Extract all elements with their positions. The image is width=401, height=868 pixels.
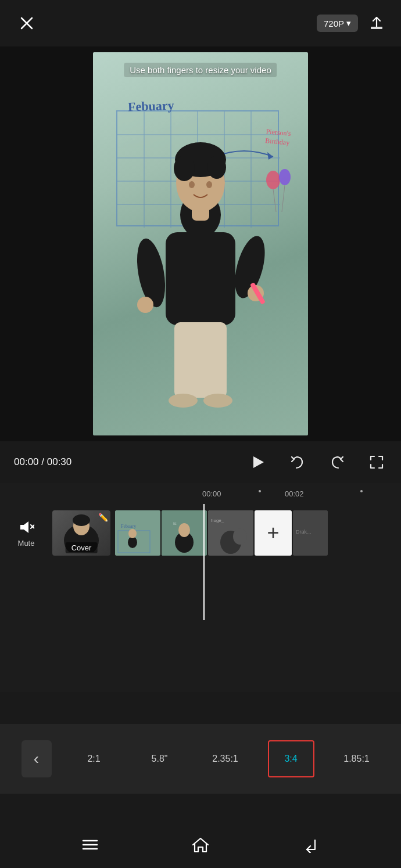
svg-point-21 <box>137 297 153 313</box>
timeline-ruler: 00:00 00:02 <box>0 483 401 504</box>
svg-rect-40 <box>115 510 160 556</box>
add-clip-button[interactable]: + <box>255 510 292 556</box>
svg-rect-23 <box>174 322 227 398</box>
svg-point-39 <box>73 514 90 526</box>
aspect-label-1-85-1: 1.85:1 <box>343 754 369 764</box>
svg-text:Febuary: Febuary <box>121 524 136 529</box>
close-button[interactable] <box>14 10 40 36</box>
aspect-ratio-1-85-1[interactable]: 1.85:1 <box>334 740 380 777</box>
aspect-scroll-left[interactable]: ‹ <box>22 740 52 777</box>
svg-line-15 <box>273 189 276 212</box>
aspect-label-5-8in: 5.8" <box>152 754 168 764</box>
mute-label: Mute <box>18 539 35 548</box>
film-frame-2[interactable]: is <box>162 510 207 556</box>
resize-hint: Use both fingers to resize your video <box>124 63 277 77</box>
controls-bar: 00:00 / 00:30 <box>0 441 401 483</box>
fullscreen-button[interactable] <box>366 452 387 473</box>
svg-point-48 <box>178 523 190 537</box>
undo-button[interactable] <box>287 452 308 473</box>
svg-rect-18 <box>166 232 235 325</box>
svg-point-19 <box>133 236 170 309</box>
film-frame-more[interactable]: Drak... <box>293 510 328 556</box>
bottom-nav <box>0 822 401 868</box>
svg-text:Drak...: Drak... <box>296 529 312 535</box>
svg-point-25 <box>203 394 232 408</box>
svg-point-31 <box>189 181 195 188</box>
add-icon: + <box>267 521 279 545</box>
aspect-ratio-2-35-1[interactable]: 2.35:1 <box>202 740 249 777</box>
whiteboard-month: Febuary <box>128 98 174 115</box>
play-button[interactable] <box>248 452 268 473</box>
aspect-ratio-5-8in[interactable]: 5.8" <box>137 740 183 777</box>
video-side-right <box>337 46 401 441</box>
aspect-label-2-1: 2:1 <box>87 754 100 764</box>
aspect-ratio-3-4[interactable]: 3:4 <box>268 740 314 777</box>
quality-button[interactable]: 720P ▾ <box>317 15 358 32</box>
back-nav-button[interactable] <box>298 832 324 858</box>
chevron-down-icon: ▾ <box>346 18 351 28</box>
top-bar: 720P ▾ <box>0 0 401 46</box>
export-button[interactable] <box>366 13 387 34</box>
aspect-ratio-bar: ‹ 2:1 5.8" 2.35:1 3:4 1.85:1 <box>0 724 401 794</box>
film-strip: Febuary is huge_ <box>115 510 328 556</box>
ruler-mark-1: 00:02 <box>285 489 304 498</box>
time-display: 00:00 / 00:30 <box>14 456 248 468</box>
current-time: 00:00 <box>14 456 39 467</box>
aspect-ratio-2-1[interactable]: 2:1 <box>71 740 117 777</box>
timeline-tracks: Mute ✏️ Cover Febuary <box>0 504 401 562</box>
film-frame-1[interactable]: Febuary <box>115 510 160 556</box>
time-separator: / <box>41 456 46 467</box>
video-frame: Use both fingers to resize your video Fe… <box>93 52 308 435</box>
mute-control[interactable]: Mute <box>6 519 46 548</box>
playhead <box>203 504 205 620</box>
svg-marker-34 <box>253 456 264 468</box>
redo-button[interactable] <box>327 452 348 473</box>
menu-button[interactable] <box>77 832 103 858</box>
svg-line-16 <box>282 185 285 212</box>
arrow-left-icon: ‹ <box>34 750 39 768</box>
total-time: 00:30 <box>47 456 72 467</box>
svg-point-29 <box>174 156 195 181</box>
playback-controls <box>248 452 387 473</box>
svg-point-32 <box>206 181 212 188</box>
svg-point-14 <box>279 169 291 185</box>
svg-point-52 <box>233 528 247 545</box>
svg-rect-2 <box>371 27 382 29</box>
svg-point-44 <box>128 529 137 538</box>
svg-text:is: is <box>173 521 177 526</box>
cover-label: Cover <box>66 542 98 553</box>
aspect-label-2-35-1: 2.35:1 <box>212 754 238 764</box>
svg-text:huge_: huge_ <box>211 518 224 523</box>
top-right-controls: 720P ▾ <box>317 13 387 34</box>
film-frame-3[interactable]: huge_ <box>208 510 253 556</box>
cover-thumbnail[interactable]: ✏️ Cover <box>52 510 110 556</box>
timeline-area: 00:00 00:02 Mute ✏️ <box>0 483 401 692</box>
aspect-label-3-4: 3:4 <box>284 754 297 764</box>
svg-point-24 <box>169 394 198 408</box>
svg-point-30 <box>207 156 226 179</box>
quality-label: 720P <box>324 19 344 28</box>
home-button[interactable] <box>188 832 213 858</box>
ruler-mark-0: 00:00 <box>202 489 221 498</box>
cover-edit-icon: ✏️ <box>98 513 108 522</box>
